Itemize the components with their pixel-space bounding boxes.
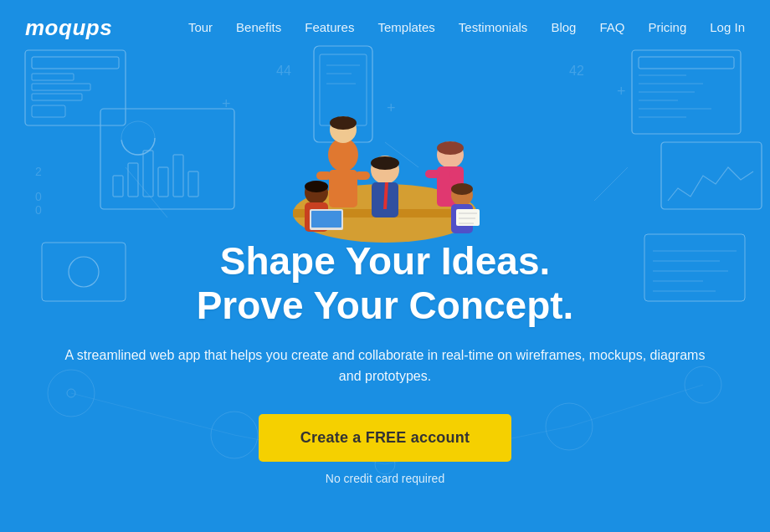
hero-subtitle: A streamlined web app that helps you cre… (42, 345, 728, 387)
nav-testimonials[interactable]: Testimonials (459, 20, 528, 34)
hero-section: Shape Your Ideas. Prove Your Concept. A … (0, 55, 770, 485)
nav-faq[interactable]: FAQ (599, 20, 624, 34)
logo[interactable]: moqups (25, 15, 112, 41)
nav-templates[interactable]: Templates (377, 20, 434, 34)
navbar: moqups Tour Benefits Features Templates … (0, 0, 770, 55)
nav-login[interactable]: Log In (710, 20, 745, 34)
hero-heading: Shape Your Ideas. Prove Your Concept. (197, 239, 574, 328)
nav-pricing[interactable]: Pricing (648, 20, 686, 34)
hero-heading-line1: Shape Your Ideas. (220, 239, 551, 283)
cta-button[interactable]: Create a FREE account (259, 414, 511, 462)
nav-tour[interactable]: Tour (188, 20, 213, 34)
nav-blog[interactable]: Blog (551, 20, 576, 34)
nav-benefits[interactable]: Benefits (236, 20, 281, 34)
nav-features[interactable]: Features (305, 20, 354, 34)
hero-heading-line2: Prove Your Concept. (197, 284, 574, 327)
no-credit-text: No credit card required (326, 472, 444, 485)
nav-links: Tour Benefits Features Templates Testimo… (188, 20, 745, 35)
